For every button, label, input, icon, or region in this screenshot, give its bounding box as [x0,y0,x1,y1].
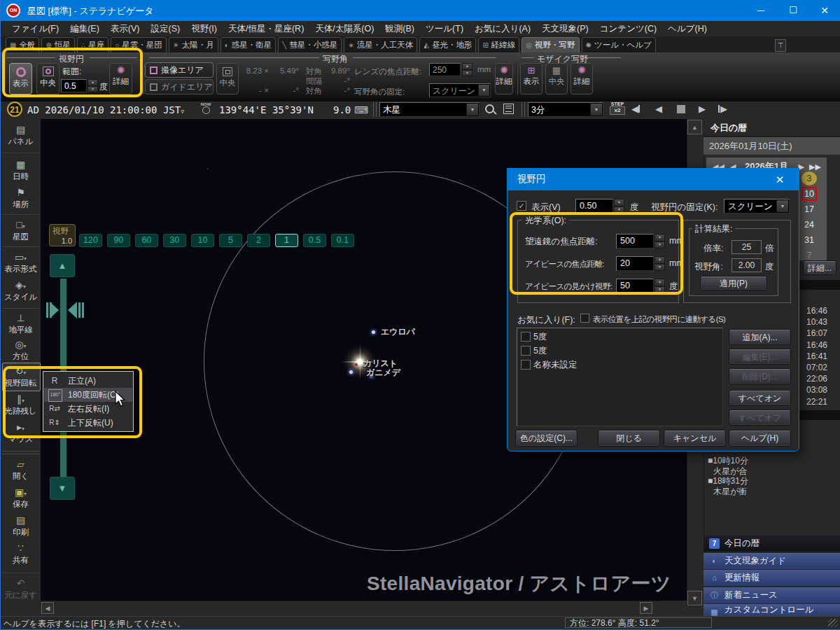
sidebar-item-horizon[interactable]: ⊥地平線 [1,312,41,335]
sidebar-item-undo[interactable]: ↶元に戻す [1,577,41,601]
calendar-day[interactable]: 10 [802,187,817,201]
capture-area-button[interactable]: 撮像エリア [145,62,214,78]
add-button[interactable]: 追加(A)... [729,329,791,345]
nav-custom-control[interactable]: ▦カスタムコントロール [704,604,840,616]
tab-sun-moon[interactable]: ☀太陽・月 [169,37,218,52]
scroll-right-button[interactable]: ▶ [640,602,652,614]
skip-forward-button[interactable]: ▶ [718,104,727,114]
zoom-level-button[interactable]: 5 [219,234,242,247]
target-combo[interactable]: 木星 ▼ [379,102,479,117]
sidebar-item-panel[interactable]: ▤パネル [1,123,41,147]
all-off-button[interactable]: すべてオフ(D)... [729,410,791,426]
lens-focal-spinner[interactable]: ▲▼ [462,63,472,76]
resize-grip[interactable] [828,619,838,627]
tab-meteors[interactable]: ∗流星・人工天体 [344,37,417,52]
zoom-slider-handle-left-bars[interactable] [46,302,48,318]
fav-checkbox-1[interactable] [521,332,531,342]
chevron-down-icon[interactable]: ▼ [590,104,602,115]
dialog-close-icon[interactable]: ✕ [769,169,790,191]
sidebar-item-datetime[interactable]: ▦日時 [1,158,41,182]
menu-tools[interactable]: ツール(T) [420,23,469,35]
sidebar-item-mouse[interactable]: ▸▾マウス [1,421,41,444]
tab-comets[interactable]: ╲彗星・小惑星 [278,37,342,52]
close-dialog-button[interactable]: 閉じる [598,430,660,447]
fav-item-3[interactable]: 名称未設定 [533,359,578,371]
zoom-level-button[interactable]: 2 [247,234,270,247]
step-button[interactable]: STEP x2 [610,102,625,117]
sidebar-item-save[interactable]: ▣▾保存 [1,486,41,510]
zoom-level-button[interactable]: 120 [79,234,102,247]
eyepiece-focal-input[interactable]: 20 [616,256,654,271]
sidebar-item-share[interactable]: ∵共有 [1,542,41,566]
datetime-display[interactable]: AD 2026/01/10 21:00:00 JST▽ [27,104,184,115]
edit-button[interactable]: 編集(E)... [729,349,791,365]
fav-item-1[interactable]: 5度 [533,331,547,343]
scroll-down-button[interactable]: ▼ [687,591,702,606]
zoom-level-button[interactable]: 0.1 [331,234,354,247]
calendar-detail-button[interactable]: 詳細... [803,260,836,275]
telescope-focal-spinner[interactable]: ▲▼ [654,234,665,248]
tab-planets[interactable]: ◐惑星・衛星 [220,37,276,52]
menu-observe[interactable]: 観測(B) [379,23,420,35]
link-checkbox[interactable] [580,314,589,323]
range-input[interactable]: 0.5 [61,79,87,92]
fix-mode-dropdown[interactable]: スクリーン ▼ [724,199,790,214]
favorites-listbox[interactable]: 5度 5度 名称未設定 [517,328,723,426]
tab-nebula[interactable]: ○星雲・星団 [111,37,167,52]
zoom-slider-handle-right-bars[interactable] [78,302,80,318]
calendar-day[interactable]: 31 [802,233,817,247]
apply-button[interactable]: 適用(P) [700,276,767,290]
fov-value-input[interactable]: 0.50 [575,199,613,214]
fov-circle-detail-button[interactable]: ✺ 詳細 [109,63,132,94]
zoom-slider-handle-left[interactable] [50,302,59,318]
zoom-in-button[interactable]: ▲ [50,254,75,277]
interval-combo[interactable]: 3分 ▼ [528,102,603,117]
horizontal-scrollbar[interactable] [41,601,662,615]
keyboard-icon[interactable]: ⌨ [354,104,368,115]
sidebar-item-open[interactable]: ▱開く [1,458,41,482]
menu-settings[interactable]: 設定(S) [145,23,186,35]
nav-news[interactable]: ⓘ新着ニュース [704,587,840,603]
zoom-level-button[interactable]: 30 [163,234,186,247]
menu-file[interactable]: ファイル(F) [6,23,64,35]
sidebar-item-display-format[interactable]: ▭▾表示形式 [1,251,41,274]
range-spinner[interactable]: ▲▼ [88,79,98,92]
menu-item-flip-vertical[interactable]: R⇕上下反転(U) [44,416,132,430]
minimize-button[interactable]: ─ [745,0,777,21]
menu-solarsystem[interactable]: 天体/太陽系(O) [309,23,379,35]
tab-grid[interactable]: ⊞経緯線 [478,37,519,52]
all-on-button[interactable]: すべてオン(U)... [729,390,791,406]
fav-checkbox-3[interactable] [521,360,531,370]
callisto[interactable] [349,370,353,374]
menu-edit[interactable]: 編集(E) [64,23,105,35]
stop-button[interactable] [677,105,685,113]
menu-contents[interactable]: コンテンツ(C) [594,23,662,35]
zoom-level-button[interactable]: 0.5 [303,234,326,247]
zoom-out-button[interactable]: ▼ [50,477,75,500]
magnitude-value[interactable]: 9.0 [333,104,351,115]
jupiter[interactable] [357,359,363,365]
fov-value-spinner[interactable]: ▲▼ [614,199,624,214]
sidebar-item-print[interactable]: ▤印刷 [1,514,41,538]
show-checkbox[interactable]: ✓ [517,201,526,211]
tab-fov[interactable]: ◎視野・写野 [522,37,579,52]
eyepiece-apparent-spinner[interactable]: ▲▼ [654,279,665,293]
list-icon[interactable] [503,104,514,114]
nav-today-calendar[interactable]: 7今日の暦 [704,536,840,552]
mosaic-center-button[interactable]: ▦ 中央 [545,63,568,94]
scroll-left-button[interactable]: ◀ [41,602,54,614]
tab-stars[interactable]: ⊕恒星 [41,37,74,52]
sidebar-item-style[interactable]: ◈▾スタイル [1,279,41,302]
close-button[interactable]: ✕ [808,0,840,21]
menu-favorites[interactable]: お気に入り(A) [469,23,536,35]
pin-icon[interactable]: ⊤ [775,39,786,52]
nav-update-info[interactable]: ⌂更新情報 [704,570,840,586]
nav-phenomena-guide[interactable]: ◐天文現象ガイド [704,553,840,569]
fov-circle-center-button[interactable]: 中央 [36,63,59,94]
telescope-focal-input[interactable]: 500 [616,234,654,248]
fav-item-2[interactable]: 5度 [533,345,547,357]
guide-area-button[interactable]: ガイドエリア [145,79,214,94]
menu-phenomena[interactable]: 天文現象(P) [536,23,594,35]
play-forward-button[interactable]: ▶ [699,104,706,114]
color-settings-button[interactable]: 色の設定(C)... [515,430,578,447]
